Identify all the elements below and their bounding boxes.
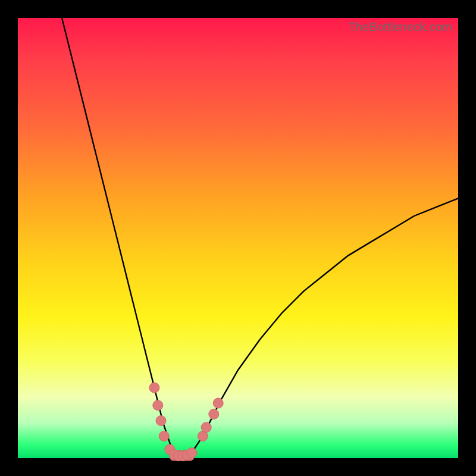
bottleneck-curve-path bbox=[62, 18, 458, 456]
chart-outer-frame: TheBottleneck.com bbox=[0, 0, 476, 476]
marker-group bbox=[149, 383, 223, 461]
curve-marker bbox=[201, 422, 211, 433]
curve-marker bbox=[213, 398, 223, 408]
curve-marker bbox=[149, 383, 159, 393]
curve-marker bbox=[159, 431, 169, 441]
chart-plot-area: TheBottleneck.com bbox=[18, 18, 458, 458]
curve-marker bbox=[209, 409, 219, 419]
bottleneck-curve-svg bbox=[18, 18, 458, 458]
curve-marker bbox=[153, 400, 163, 411]
curve-marker bbox=[187, 448, 197, 458]
curve-marker bbox=[156, 416, 166, 426]
